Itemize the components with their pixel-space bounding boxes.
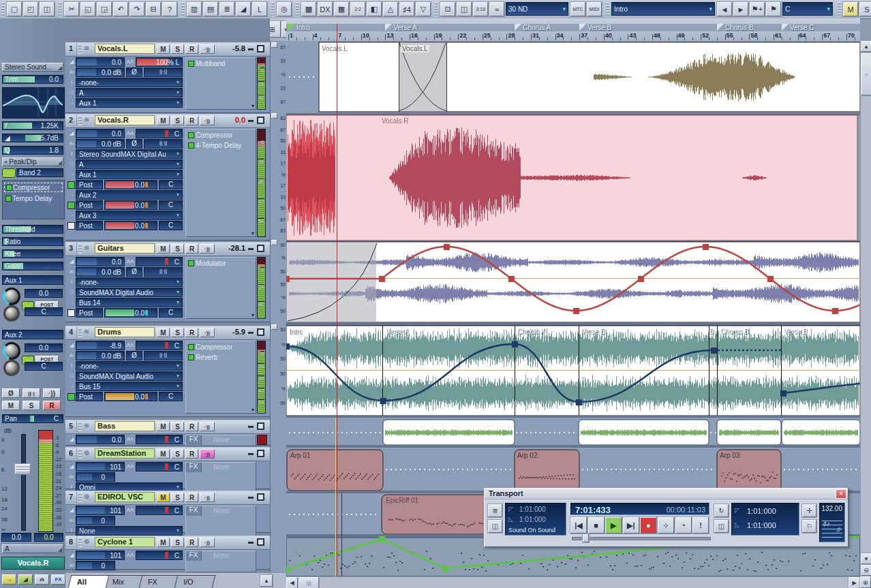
track-fx-bin[interactable]: FXNone: [185, 435, 256, 446]
minimize-icon[interactable]: [248, 248, 254, 250]
track-solo-button[interactable]: S: [171, 44, 184, 54]
input-select[interactable]: -none-▾: [76, 277, 183, 287]
mute-button[interactable]: M: [2, 401, 20, 410]
fx-enable-led[interactable]: [188, 344, 194, 350]
add-marker[interactable]: ⚑+: [750, 2, 765, 16]
send-select[interactable]: Bus 15▾: [76, 382, 183, 391]
sync-ratio[interactable]: 2:2: [350, 2, 365, 16]
track-mute-button[interactable]: M: [157, 116, 170, 125]
punch-in-time[interactable]: 1:01:000: [519, 506, 546, 513]
track-meter[interactable]: 62442: [257, 257, 266, 319]
tempo-panel[interactable]: 132.00 ♯♪ ♫: [819, 503, 845, 542]
track-header[interactable]: 2≋Vocals.RMSR·))0.0: [65, 114, 270, 128]
redo[interactable]: ↷: [129, 2, 144, 16]
output-select[interactable]: SoundMAX Digital Audio▾: [76, 288, 183, 297]
track-header[interactable]: 3≋GuitarsMSR·))-28.1: [65, 243, 270, 256]
track-fx-bin[interactable]: FXNone: [185, 462, 256, 494]
track-strip-vocals-l[interactable]: 1≋Vocals.LMSR·))-5.8◢0.0ΛΛ100% Lılı0.0 d…: [65, 42, 270, 113]
input-echo-button[interactable]: ·)): [200, 44, 215, 54]
eq-q-slider[interactable]: Q1.8: [2, 146, 63, 155]
track-drag-handle[interactable]: [78, 449, 82, 459]
volume-box[interactable]: -8.9: [76, 341, 125, 350]
event-list-view[interactable]: ▤: [203, 2, 218, 16]
rtz-button[interactable]: |◀: [570, 517, 587, 533]
panic-button[interactable]: !: [692, 517, 709, 533]
trim-slider[interactable]: Trim0.0: [2, 75, 63, 84]
minimize-icon[interactable]: [248, 453, 254, 455]
track-header[interactable]: 5≋BassMSR·)): [65, 420, 270, 434]
track-arm-button[interactable]: R: [185, 116, 198, 125]
play-button[interactable]: ▶: [605, 517, 622, 533]
phase-button[interactable]: Ø: [126, 67, 142, 77]
send-pan-box[interactable]: C: [159, 180, 183, 189]
fx-enable-led[interactable]: [188, 260, 194, 266]
maximize-icon[interactable]: [257, 538, 264, 546]
phase-button[interactable]: Ø: [126, 139, 142, 149]
gain-box[interactable]: 0.0 dB: [76, 351, 125, 360]
track-strip-cyclone-1[interactable]: 8⊚Cyclone 1MSR·))◢101ΛΛCılı0FXNone: [65, 536, 270, 570]
toolbar-handle[interactable]: [606, 2, 609, 16]
arm-button[interactable]: R: [43, 401, 61, 410]
volume-box[interactable]: 101: [76, 551, 125, 560]
horizontal-scrollbar[interactable]: ◀||||▶: [286, 576, 860, 588]
input-select[interactable]: -none-▾: [76, 361, 183, 371]
track-mute-button[interactable]: M: [157, 244, 170, 253]
send-level-value[interactable]: 0.0: [25, 343, 63, 352]
dock-button[interactable]: ▲: [260, 575, 273, 587]
open-file[interactable]: ◰: [23, 2, 38, 16]
track-fx-bin[interactable]: Modulator▾: [185, 257, 256, 319]
send-pan-box[interactable]: C: [159, 200, 183, 210]
zoom-corner-button[interactable]: ⊕: [860, 576, 871, 588]
pan-box[interactable]: C: [136, 462, 183, 471]
track-arm-button[interactable]: R: [185, 538, 198, 547]
zoom-out-button[interactable]: ⊖: [861, 565, 871, 576]
send-pan-value[interactable]: C: [25, 362, 63, 371]
send-pan-box[interactable]: C: [159, 308, 183, 318]
marker-label[interactable]: Chorus A: [523, 24, 551, 31]
track-header[interactable]: 4≋DrumsMSR·))-5.9: [65, 326, 270, 340]
new-file[interactable]: ▢: [7, 2, 22, 16]
track-mute-button[interactable]: M: [157, 328, 170, 337]
eq-gain-slider[interactable]: ◢-5.7dB: [2, 134, 63, 142]
track-name[interactable]: EDIROL VSC: [95, 492, 155, 502]
send-pan-knob[interactable]: [3, 360, 20, 376]
midi-sync[interactable]: MIDI: [587, 2, 602, 16]
interleave-button[interactable]: ||·|: [22, 388, 40, 398]
phase-button[interactable]: Ø: [2, 388, 20, 398]
synth-rack-view[interactable]: DX: [318, 2, 333, 16]
scroll-left-button[interactable]: ◀: [286, 577, 298, 588]
send-select[interactable]: Bus 14▾: [76, 298, 183, 307]
meter-value[interactable]: 0.0: [34, 533, 63, 542]
track-strip-vocals-r[interactable]: 2≋Vocals.RMSR·))0.0◢0.0ΛΛCılı0.0 dBØ||·|…: [65, 114, 270, 241]
fader-thumb[interactable]: [15, 464, 31, 474]
track-solo-button[interactable]: S: [171, 116, 184, 125]
eq-band-select[interactable]: Band 2: [16, 168, 63, 177]
punch-time-button[interactable]: ◫: [488, 520, 502, 533]
input-echo-button[interactable]: ·)): [200, 244, 215, 253]
send-select[interactable]: Aux 1▾: [76, 170, 183, 179]
track-header[interactable]: 7⊚EDIROL VSCMSR·)): [65, 491, 270, 505]
record-format-select[interactable]: 30 ND▾: [506, 2, 568, 16]
maximize-icon[interactable]: [257, 422, 264, 430]
inspector-track-name[interactable]: Vocals.R: [1, 557, 65, 570]
tempo-tap-button[interactable]: ◔: [675, 517, 692, 533]
loop-start-time[interactable]: 1:01:000: [747, 507, 776, 515]
send-select[interactable]: Aux 2▾: [76, 190, 183, 200]
track-solo-button[interactable]: S: [171, 493, 184, 502]
toolbar-handle[interactable]: [435, 2, 438, 16]
maximize-icon[interactable]: [257, 245, 264, 252]
comp-ratio-slider[interactable]: Ratio: [2, 237, 63, 246]
send-enable-checkbox[interactable]: [67, 222, 75, 230]
send-level-box[interactable]: 0.0: [104, 180, 157, 189]
automation-view[interactable]: ▽: [416, 2, 431, 16]
track-splitter-widget[interactable]: [271, 42, 277, 48]
transport-titlebar[interactable]: Transport ✕: [485, 489, 848, 499]
copy[interactable]: ◱: [80, 2, 95, 16]
fx-item[interactable]: Reverb: [196, 354, 217, 361]
send-level-box[interactable]: 0.0: [104, 308, 157, 318]
phase-button[interactable]: Ø: [126, 267, 142, 277]
track-solo-button[interactable]: S: [171, 538, 184, 547]
marker-select[interactable]: Intro▾: [611, 2, 715, 16]
velocity-box[interactable]: 0: [76, 516, 115, 525]
track-name[interactable]: Vocals.L: [95, 44, 155, 54]
